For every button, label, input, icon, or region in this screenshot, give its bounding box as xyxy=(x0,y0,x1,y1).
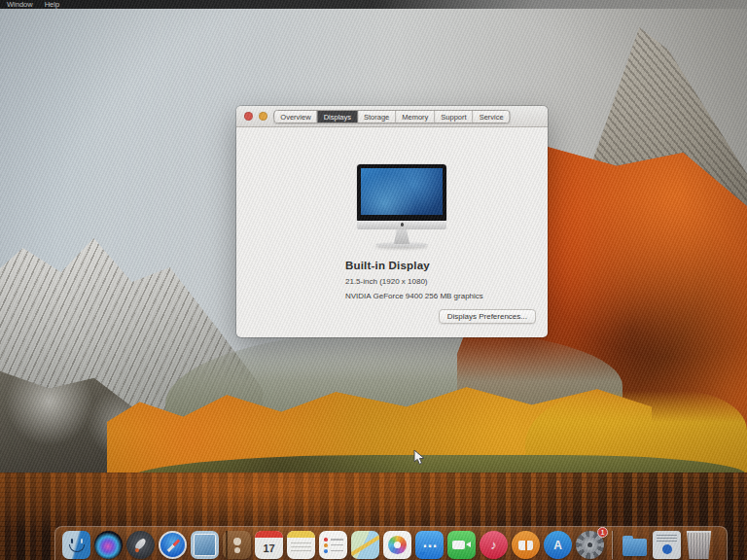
minimize-button[interactable] xyxy=(259,112,267,121)
imac-illustration xyxy=(357,164,446,247)
contacts-icon[interactable] xyxy=(223,531,251,559)
launchpad-icon[interactable] xyxy=(126,531,155,559)
messages-icon[interactable]: … xyxy=(415,531,444,559)
itunes-icon[interactable]: ♪ xyxy=(480,531,508,559)
tab-displays[interactable]: Displays xyxy=(318,111,358,122)
finder-icon[interactable] xyxy=(62,531,90,559)
display-title: Built-in Display xyxy=(345,260,483,271)
tab-overview[interactable]: Overview xyxy=(274,111,317,122)
menu-item-window[interactable]: Window xyxy=(7,0,33,9)
ibooks-icon[interactable] xyxy=(512,531,540,559)
about-this-mac-window: OverviewDisplaysStorageMemorySupportServ… xyxy=(236,106,548,337)
display-size-resolution: 21.5-inch (1920 x 1080) xyxy=(345,277,483,286)
imac-stand xyxy=(394,229,409,244)
dock-apps: 17…♪A1 xyxy=(62,531,604,559)
documents-folder-icon[interactable] xyxy=(621,531,649,559)
display-info: Built-in Display 21.5-inch (1920 x 1080)… xyxy=(345,260,483,300)
menu-bar: WindowHelp xyxy=(0,0,747,9)
tab-support[interactable]: Support xyxy=(435,111,473,122)
downloads-document-icon[interactable] xyxy=(653,531,681,559)
trash-icon[interactable] xyxy=(685,531,713,559)
dock-separator xyxy=(612,531,613,559)
mouse-cursor xyxy=(413,449,427,471)
imac-screen xyxy=(357,164,446,221)
imac-wallpaper-thumb xyxy=(361,168,443,215)
menu-items: WindowHelp xyxy=(7,0,59,9)
display-graphics: NVIDIA GeForce 9400 256 MB graphics xyxy=(345,292,483,300)
siri-icon[interactable] xyxy=(94,531,123,559)
tab-service[interactable]: Service xyxy=(474,111,510,122)
appstore-glyph: A xyxy=(544,531,572,559)
about-tabs: OverviewDisplaysStorageMemorySupportServ… xyxy=(273,110,510,123)
notes-icon[interactable] xyxy=(287,531,315,559)
itunes-glyph: ♪ xyxy=(480,531,508,559)
system-preferences-icon[interactable]: 1 xyxy=(576,531,604,559)
tab-memory[interactable]: Memory xyxy=(396,111,435,122)
tab-storage[interactable]: Storage xyxy=(358,111,396,122)
menu-item-help[interactable]: Help xyxy=(45,0,59,9)
photos-icon[interactable] xyxy=(383,531,411,559)
dock-others xyxy=(621,531,713,559)
mail-icon[interactable] xyxy=(191,531,219,559)
safari-icon[interactable] xyxy=(159,531,187,559)
reminders-icon[interactable] xyxy=(319,531,347,559)
window-content: Built-in Display 21.5-inch (1920 x 1080)… xyxy=(236,127,548,336)
notification-badge: 1 xyxy=(597,527,608,538)
window-titlebar[interactable]: OverviewDisplaysStorageMemorySupportServ… xyxy=(236,106,548,127)
calendar-glyph: 17 xyxy=(255,531,283,559)
facetime-icon[interactable] xyxy=(447,531,476,559)
messages-glyph: … xyxy=(415,526,444,559)
app-store-icon[interactable]: A xyxy=(544,531,572,559)
displays-preferences-button[interactable]: Displays Preferences... xyxy=(439,309,536,324)
imac-chin-apple-logo xyxy=(357,221,446,229)
desktop: WindowHelp OverviewDisplaysStorageMemory… xyxy=(0,0,747,560)
calendar-icon[interactable]: 17 xyxy=(255,531,283,559)
maps-icon[interactable] xyxy=(351,531,379,559)
dock: 17…♪A1 xyxy=(54,526,728,560)
close-button[interactable] xyxy=(244,112,253,121)
